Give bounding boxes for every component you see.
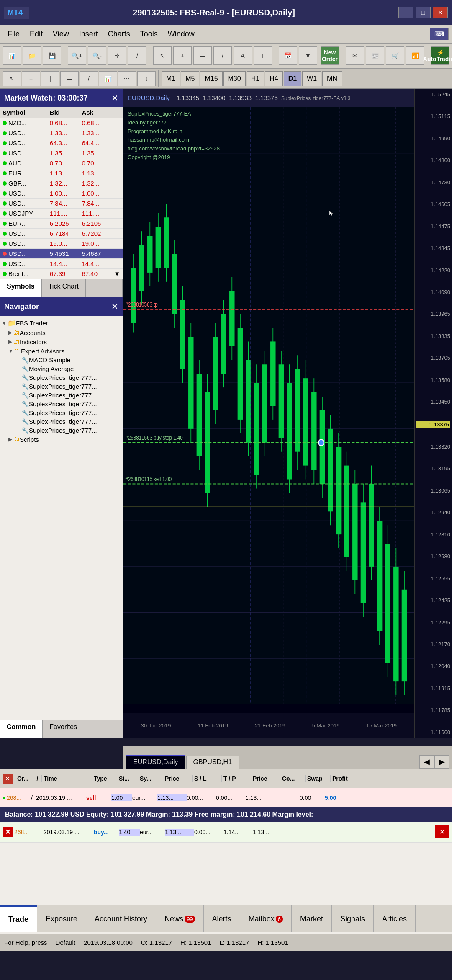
tf-m15[interactable]: M15 [200, 71, 222, 86]
list-item[interactable]: USD...64.3...64.4... [0, 138, 123, 148]
maximize-button[interactable]: □ [416, 7, 431, 18]
signals-button[interactable]: 📶 [406, 46, 424, 65]
list-item[interactable]: EUR...6.20256.2105 [0, 219, 123, 229]
chart-type-tool[interactable]: 📊 [99, 71, 117, 86]
list-item[interactable]: AUD...0.70...0.70... [0, 158, 123, 168]
label-button[interactable]: T [254, 46, 272, 65]
nav-item-macd[interactable]: 🔧 MACD Sample [2, 356, 121, 364]
nav-item-suplex-6[interactable]: 🔧 SuplexPrices_tiger777... [2, 417, 121, 426]
keyboard-icon[interactable]: ⌨ [430, 28, 449, 40]
tf-m1[interactable]: M1 [162, 71, 180, 86]
tf-d1[interactable]: D1 [284, 71, 301, 86]
save-button[interactable]: 💾 [43, 46, 61, 65]
list-item[interactable]: USD...5.45315.4687 [0, 249, 123, 259]
hline-tool[interactable]: — [60, 71, 79, 86]
new-order-button[interactable]: New Order [321, 46, 339, 65]
list-item[interactable]: USDJPY111....111.... [0, 209, 123, 219]
list-item[interactable]: EUR...1.13...1.13... [0, 168, 123, 178]
nav-item-expert-advisors[interactable]: ▼ 🗂 Expert Advisors [2, 346, 121, 356]
period-sep-tool[interactable]: ↕ [137, 71, 156, 86]
indicator-tool[interactable]: 〰 [118, 71, 136, 86]
pointer-tool[interactable]: ↖ [3, 71, 21, 86]
tf-h1[interactable]: H1 [247, 71, 264, 86]
nav-item-suplex-3[interactable]: 🔧 SuplexPrices_tiger777... [2, 391, 121, 400]
menu-insert[interactable]: Insert [75, 28, 102, 40]
chart-tab-eurusd[interactable]: EURUSD,Daily [126, 755, 185, 769]
close-button[interactable]: ✕ [433, 7, 448, 18]
tab-favorites[interactable]: Favorites [43, 720, 84, 738]
tf-w1[interactable]: W1 [302, 71, 321, 86]
line-button[interactable]: / [128, 46, 146, 65]
chart-area[interactable]: EURUSD,Daily 1.13345 1.13400 1.13933 1.1… [123, 89, 452, 738]
chart-tab-gbpusd[interactable]: GBPUSD,H1 [186, 756, 239, 769]
trend-button[interactable]: / [213, 46, 232, 65]
new-chart-button[interactable]: 📊 [3, 46, 21, 65]
hline-button[interactable]: — [193, 46, 212, 65]
nav-item-suplex-4[interactable]: 🔧 SuplexPrices_tiger777... [2, 400, 121, 408]
pending-close-button[interactable]: ✕ [3, 827, 13, 837]
cross-button[interactable]: + [173, 46, 192, 65]
list-item[interactable]: Brent...67.3967.40▼ [0, 269, 123, 279]
menu-file[interactable]: File [3, 28, 24, 40]
tab-account-history[interactable]: Account History [86, 905, 156, 932]
tab-market[interactable]: Market [292, 905, 332, 932]
list-item[interactable]: USD...7.84...7.84... [0, 199, 123, 209]
open-button[interactable]: 📁 [23, 46, 41, 65]
tab-tick-chart[interactable]: Tick Chart [42, 279, 86, 297]
crosshair-button[interactable]: ✛ [108, 46, 126, 65]
list-item[interactable]: USD...19.0...19.0... [0, 239, 123, 249]
zoom-in-button[interactable]: 🔍+ [68, 46, 86, 65]
tf-m30[interactable]: M30 [223, 71, 246, 86]
tab-news[interactable]: News99 [156, 905, 203, 932]
market-button[interactable]: 🛒 [386, 46, 404, 65]
tab-common[interactable]: Common [0, 720, 43, 738]
list-item[interactable]: USD...6.71846.7202 [0, 229, 123, 239]
list-item[interactable]: NZD...0.68...0.68... [0, 118, 123, 128]
list-item[interactable]: GBP...1.32...1.32... [0, 178, 123, 188]
nav-item-suplex-7[interactable]: 🔧 SuplexPrices_tiger777... [2, 426, 121, 435]
tab-signals[interactable]: Signals [332, 905, 374, 932]
text-button[interactable]: A [234, 46, 252, 65]
menu-tools[interactable]: Tools [136, 28, 162, 40]
vline-tool[interactable]: | [41, 71, 59, 86]
nav-item-moving-average[interactable]: 🔧 Moving Average [2, 364, 121, 373]
list-item[interactable]: USD...14.4...14.4... [0, 259, 123, 269]
tab-articles[interactable]: Articles [374, 905, 416, 932]
chart-tab-scroll-left[interactable]: ◀ [419, 755, 434, 769]
trendline-tool[interactable]: / [80, 71, 98, 86]
chart-tab-scroll-right[interactable]: ▶ [434, 755, 449, 769]
list-item[interactable]: USD...1.33...1.33... [0, 128, 123, 138]
tf-m5[interactable]: M5 [181, 71, 199, 86]
nav-item-scripts[interactable]: ▶ 🗂 Scripts [2, 435, 121, 444]
tab-trade[interactable]: Trade [0, 905, 37, 932]
nav-item-suplex-5[interactable]: 🔧 SuplexPrices_tiger777... [2, 408, 121, 417]
list-item[interactable]: USD...1.35...1.35... [0, 148, 123, 158]
crosshair-tool[interactable]: + [22, 71, 40, 86]
nav-item-accounts[interactable]: ▶ 🗂 Accounts [2, 328, 121, 337]
nav-item-suplex-1[interactable]: 🔧 SuplexPrices_tiger777... [2, 373, 121, 382]
nav-item-suplex-2[interactable]: 🔧 SuplexPrices_tiger777... [2, 382, 121, 391]
email-button[interactable]: ✉ [346, 46, 364, 65]
tf-mn[interactable]: MN [322, 71, 342, 86]
market-watch-close[interactable]: ✕ [111, 93, 118, 103]
tf-h4[interactable]: H4 [265, 71, 282, 86]
tab-alerts[interactable]: Alerts [204, 905, 240, 932]
tab-mailbox[interactable]: Mailbox6 [240, 905, 292, 932]
pending-close-x[interactable]: ✕ [435, 825, 449, 838]
tab-exposure[interactable]: Exposure [37, 905, 86, 932]
navigator-close[interactable]: ✕ [111, 302, 118, 312]
orders-close-button[interactable]: ✕ [3, 774, 13, 784]
news-button[interactable]: 📰 [366, 46, 384, 65]
nav-item-fbs-trader[interactable]: ▼ 📁 FBS Trader [2, 318, 121, 328]
templates-button[interactable]: ▼ [299, 46, 317, 65]
zoom-out-button[interactable]: 🔍- [88, 46, 106, 65]
menu-edit[interactable]: Edit [26, 28, 47, 40]
nav-item-indicators[interactable]: ▶ 🗂 Indicators [2, 337, 121, 346]
list-item[interactable]: USD...1.00...1.00... [0, 188, 123, 199]
minimize-button[interactable]: — [398, 7, 413, 18]
menu-window[interactable]: Window [164, 28, 199, 40]
menu-charts[interactable]: Charts [104, 28, 134, 40]
menu-view[interactable]: View [49, 28, 73, 40]
tab-symbols[interactable]: Symbols [0, 279, 42, 297]
period-button[interactable]: 📅 [279, 46, 297, 65]
